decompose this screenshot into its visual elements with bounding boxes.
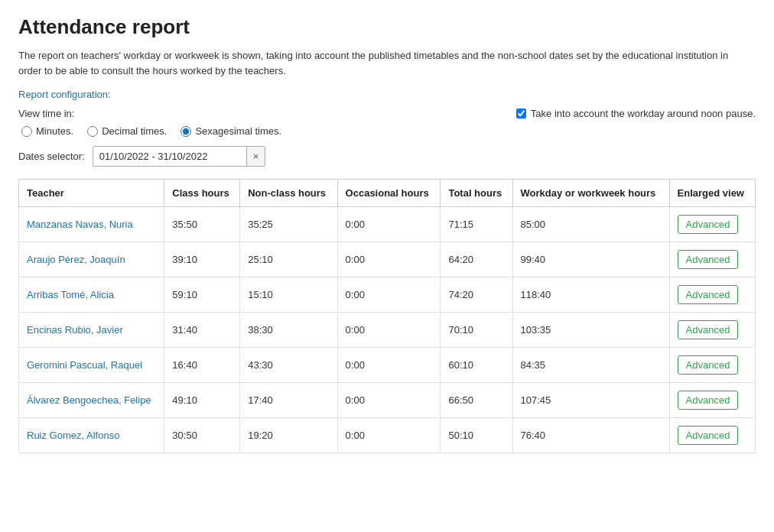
advanced-button[interactable]: Advanced [678, 355, 739, 375]
view-time-label: View time in: [18, 108, 87, 119]
cell-occasional-hours: 0:00 [337, 348, 441, 383]
table-row: Arribas Tomé, Alicia59:1015:100:0074:201… [19, 277, 756, 313]
cell-total-hours: 64:20 [441, 242, 512, 277]
cell-workday-hours: 85:00 [512, 207, 669, 242]
radio-decimal-input[interactable] [87, 126, 98, 137]
dates-label: Dates selector: [18, 151, 85, 162]
dates-input-wrapper: × [93, 146, 266, 167]
cell-teacher: Araujo Pérez, Joaquín [19, 242, 164, 277]
noon-pause-checkbox[interactable] [516, 109, 526, 118]
report-config-label: Report configuration: [18, 89, 756, 100]
cell-non-class-hours: 43:30 [240, 348, 337, 383]
cell-workday-hours: 99:40 [512, 242, 669, 277]
cell-class-hours: 16:40 [164, 348, 240, 383]
cell-workday-hours: 107:45 [512, 383, 669, 418]
cell-non-class-hours: 17:40 [240, 383, 337, 418]
noon-pause-label: Take into account the workday around noo… [531, 108, 756, 119]
cell-teacher: Encinas Rubio, Javier [19, 313, 164, 348]
col-occasional-hours: Occasional hours [337, 180, 441, 207]
cell-class-hours: 39:10 [164, 242, 240, 277]
radio-sexagesimal-label: Sexagesimal times. [195, 125, 281, 137]
table-row: Manzanas Navas, Nuria35:5035:250:0071:15… [19, 207, 756, 242]
cell-total-hours: 66:50 [441, 383, 512, 418]
advanced-button[interactable]: Advanced [678, 426, 739, 445]
cell-non-class-hours: 15:10 [240, 277, 337, 313]
cell-class-hours: 49:10 [164, 383, 240, 418]
cell-teacher: Manzanas Navas, Nuria [19, 207, 164, 242]
cell-class-hours: 30:50 [164, 418, 240, 453]
cell-workday-hours: 103:35 [512, 313, 669, 348]
cell-occasional-hours: 0:00 [337, 313, 441, 348]
cell-workday-hours: 84:35 [512, 348, 669, 383]
dates-input[interactable] [93, 147, 246, 166]
cell-enlarged-view: Advanced [669, 383, 755, 418]
cell-total-hours: 71:15 [441, 207, 512, 242]
cell-teacher: Arribas Tomé, Alicia [19, 277, 164, 313]
radio-sexagesimal-input[interactable] [180, 126, 191, 137]
radio-minutes-label: Minutes. [36, 125, 73, 137]
cell-occasional-hours: 0:00 [337, 277, 441, 313]
cell-non-class-hours: 38:30 [240, 313, 337, 348]
cell-non-class-hours: 19:20 [240, 418, 337, 453]
advanced-button[interactable]: Advanced [678, 215, 739, 234]
cell-occasional-hours: 0:00 [337, 207, 441, 242]
noon-pause-section: Take into account the workday around noo… [516, 108, 756, 119]
cell-enlarged-view: Advanced [669, 348, 755, 383]
radio-minutes-input[interactable] [21, 126, 32, 137]
cell-teacher: Geromini Pascual, Raquel [19, 348, 164, 383]
cell-occasional-hours: 0:00 [337, 242, 441, 277]
col-teacher: Teacher [19, 180, 164, 207]
table-row: Ruiz Gomez, Alfonso30:5019:200:0050:1076… [19, 418, 756, 453]
cell-total-hours: 70:10 [441, 313, 512, 348]
cell-occasional-hours: 0:00 [337, 383, 441, 418]
col-workday-hours: Workday or workweek hours [512, 180, 669, 207]
radio-sexagesimal[interactable]: Sexagesimal times. [180, 125, 281, 137]
col-total-hours: Total hours [441, 180, 512, 207]
table-row: Araujo Pérez, Joaquín39:1025:100:0064:20… [19, 242, 756, 277]
cell-class-hours: 35:50 [164, 207, 240, 242]
advanced-button[interactable]: Advanced [678, 250, 739, 269]
cell-teacher: Ruiz Gomez, Alfonso [19, 418, 164, 453]
radio-group: Minutes. Decimal times. Sexagesimal time… [21, 125, 756, 137]
radio-minutes[interactable]: Minutes. [21, 125, 73, 137]
col-non-class-hours: Non-class hours [240, 180, 337, 207]
page-title: Attendance report [18, 15, 756, 39]
cell-workday-hours: 118:40 [512, 277, 669, 313]
cell-enlarged-view: Advanced [669, 242, 755, 277]
attendance-table: Teacher Class hours Non-class hours Occa… [18, 179, 756, 453]
table-header-row: Teacher Class hours Non-class hours Occa… [19, 180, 756, 207]
radio-decimal[interactable]: Decimal times. [87, 125, 167, 137]
advanced-button[interactable]: Advanced [678, 285, 739, 304]
table-row: Álvarez Bengoechea, Felipe49:1017:400:00… [19, 383, 756, 418]
radio-decimal-label: Decimal times. [102, 125, 167, 137]
cell-total-hours: 50:10 [441, 418, 512, 453]
col-class-hours: Class hours [164, 180, 240, 207]
cell-enlarged-view: Advanced [669, 418, 755, 453]
dates-clear-button[interactable]: × [246, 147, 265, 166]
cell-occasional-hours: 0:00 [337, 418, 441, 453]
dates-row: Dates selector: × [18, 146, 756, 167]
cell-class-hours: 59:10 [164, 277, 240, 313]
table-row: Geromini Pascual, Raquel16:4043:300:0060… [19, 348, 756, 383]
page-description: The report on teachers' workday or workw… [18, 48, 753, 78]
col-enlarged-view: Enlarged view [669, 180, 755, 207]
advanced-button[interactable]: Advanced [678, 320, 739, 339]
cell-total-hours: 74:20 [441, 277, 512, 313]
cell-non-class-hours: 35:25 [240, 207, 337, 242]
advanced-button[interactable]: Advanced [678, 391, 739, 410]
cell-workday-hours: 76:40 [512, 418, 669, 453]
cell-enlarged-view: Advanced [669, 207, 755, 242]
cell-non-class-hours: 25:10 [240, 242, 337, 277]
cell-total-hours: 60:10 [441, 348, 512, 383]
cell-teacher: Álvarez Bengoechea, Felipe [19, 383, 164, 418]
cell-enlarged-view: Advanced [669, 277, 755, 313]
cell-enlarged-view: Advanced [669, 313, 755, 348]
table-row: Encinas Rubio, Javier31:4038:300:0070:10… [19, 313, 756, 348]
cell-class-hours: 31:40 [164, 313, 240, 348]
